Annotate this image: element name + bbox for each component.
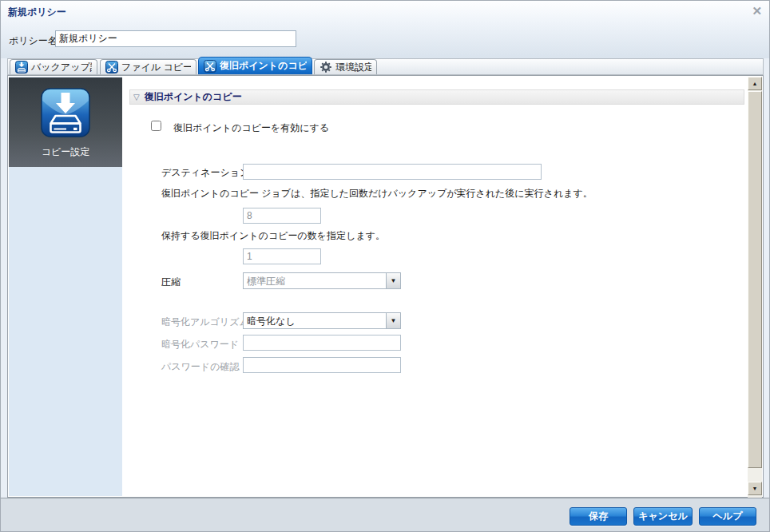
destination-input[interactable] (243, 164, 542, 180)
enable-recovery-copy-label: 復旧ポイントのコピーを有効にする (173, 121, 329, 135)
collapse-triangle-icon[interactable]: ▽ (133, 93, 140, 101)
encryption-password-input[interactable] (243, 335, 401, 351)
gear-icon (320, 61, 332, 73)
retain-count-input[interactable] (243, 248, 321, 264)
tab-label: 環境設定 (335, 61, 371, 74)
backup-count-input[interactable] (243, 208, 321, 224)
tab-label: 復旧ポイントのコピー (220, 59, 307, 73)
tab-strip: バックアップ設定 ファイル コピー設定 復旧ポイントのコ (7, 58, 764, 75)
chevron-down-icon: ▼ (391, 278, 397, 284)
backup-disk-icon (15, 61, 28, 73)
encryption-algorithm-label: 暗号化アルゴリズム (161, 316, 249, 329)
vertical-scrollbar[interactable]: ▲ ▼ (748, 77, 762, 498)
tab-label: バックアップ設定 (31, 61, 92, 74)
chevron-down-icon: ▼ (391, 318, 397, 324)
tab-environment-settings[interactable]: 環境設定 (314, 59, 377, 74)
sidebar-tile-copy-settings[interactable]: コピー設定 (9, 77, 122, 167)
retain-count-description: 保持する復旧ポイントのコピーの数を指定します。 (161, 229, 385, 243)
scroll-up-icon: ▲ (752, 81, 758, 86)
tab-recovery-point-copy[interactable]: 復旧ポイントのコピー (198, 57, 312, 74)
compression-label: 圧縮 (161, 276, 181, 289)
recovery-copy-scissors-icon (204, 60, 216, 73)
dialog-top-area: 新規ポリシー ✕ ポリシー名: (1, 1, 770, 58)
enable-recovery-copy-checkbox[interactable] (151, 121, 161, 131)
compression-value: 標準圧縮 (244, 273, 386, 288)
scrollbar-thumb[interactable] (748, 91, 762, 468)
compression-dropdown[interactable]: 標準圧縮 ▼ (243, 272, 401, 289)
policy-name-label: ポリシー名: (9, 34, 60, 48)
copy-settings-disk-icon (40, 87, 91, 138)
scrollbar-up-button[interactable]: ▲ (748, 77, 762, 90)
scroll-down-icon: ▼ (752, 486, 758, 491)
help-button[interactable]: ヘルプ (699, 507, 756, 526)
tab-file-copy-settings[interactable]: ファイル コピー設定 (100, 59, 196, 74)
file-copy-scissors-icon (105, 61, 118, 73)
encryption-algorithm-value: 暗号化なし (244, 313, 386, 328)
save-button[interactable]: 保存 (570, 507, 627, 526)
encryption-algorithm-dropdown-button[interactable]: ▼ (386, 313, 400, 328)
backup-count-description: 復旧ポイントのコピー ジョブは、指定した回数だけバックアップが実行された後に実行… (161, 187, 593, 200)
new-policy-dialog: 新規ポリシー ✕ ポリシー名: バックアップ設定 (0, 0, 770, 532)
compression-dropdown-button[interactable]: ▼ (386, 273, 400, 288)
password-confirm-input[interactable] (243, 357, 401, 373)
cancel-button[interactable]: キャンセル (633, 507, 693, 526)
scrollbar-down-button[interactable]: ▼ (748, 482, 762, 495)
tab-backup-settings[interactable]: バックアップ設定 (10, 59, 97, 74)
footer-bar: 保存 キャンセル ヘルプ (1, 498, 770, 532)
sidebar: コピー設定 (9, 77, 122, 496)
dialog-title: 新規ポリシー (8, 6, 66, 19)
section-header: ▽ 復旧ポイントのコピー (129, 89, 744, 105)
close-icon[interactable]: ✕ (752, 5, 762, 17)
policy-name-input[interactable] (55, 30, 296, 47)
password-confirm-label: パスワードの確認 (161, 360, 239, 374)
destination-label: デスティネーション (161, 166, 249, 180)
section-title: 復旧ポイントのコピー (145, 90, 242, 104)
encryption-algorithm-dropdown[interactable]: 暗号化なし ▼ (243, 312, 401, 329)
sidebar-tile-label: コピー設定 (42, 145, 90, 159)
tab-label: ファイル コピー設定 (121, 61, 191, 74)
content-panel: コピー設定 ▽ 復旧ポイントのコピー 復旧ポイントのコピーを有効にする デスティ… (7, 75, 764, 498)
encryption-password-label: 暗号化パスワード (161, 338, 239, 351)
